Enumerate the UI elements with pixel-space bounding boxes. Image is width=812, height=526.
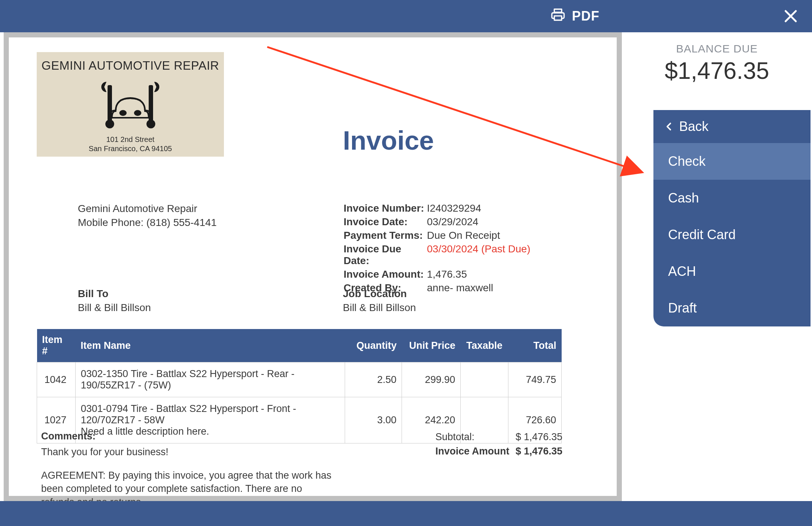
- payment-option-check[interactable]: Check: [653, 143, 811, 180]
- cell-quantity: 3.00: [345, 397, 402, 443]
- col-taxable: Taxable: [461, 329, 508, 362]
- invoice-due-date-value: 03/30/2024 (Past Due): [427, 243, 530, 268]
- col-quantity: Quantity: [345, 329, 402, 362]
- company-addr-line1: 101 2nd Street: [37, 135, 224, 144]
- svg-rect-0: [554, 9, 562, 12]
- payment-option-credit-card[interactable]: Credit Card: [653, 216, 811, 253]
- payment-option-cash[interactable]: Cash: [653, 180, 811, 216]
- job-location-block: Job Location Bill & Bill Billson: [343, 287, 416, 315]
- pdf-label: PDF: [572, 8, 599, 24]
- cell-item-name: 0302-1350 Tire - Battlax S22 Hypersport …: [76, 362, 345, 397]
- invoice-due-date-label: Invoice Due Date:: [344, 243, 426, 268]
- balance-due-label: BALANCE DUE: [622, 43, 812, 55]
- col-item-name: Item Name: [76, 329, 345, 362]
- company-contact-block: Gemini Automotive Repair Mobile Phone: (…: [78, 202, 217, 230]
- company-contact-phone: Mobile Phone: (818) 555-4141: [78, 216, 217, 230]
- invoice-number-label: Invoice Number:: [344, 202, 426, 215]
- bill-to-block: Bill To Bill & Bill Billson: [78, 287, 151, 315]
- job-location-value: Bill & Bill Billson: [343, 301, 416, 315]
- svg-point-5: [105, 120, 114, 128]
- company-logo-card: GEMINI AUTOMOTIVE REPAIR: [37, 52, 224, 157]
- payment-option-ach[interactable]: ACH: [653, 253, 811, 290]
- invoice-amount-value: 1,476.35: [427, 269, 530, 281]
- col-total: Total: [508, 329, 562, 362]
- invoice-document: GEMINI AUTOMOTIVE REPAIR: [9, 37, 617, 496]
- created-by-value: anne- maxwell: [427, 282, 530, 295]
- document-viewport[interactable]: GEMINI AUTOMOTIVE REPAIR: [4, 32, 622, 501]
- company-name: GEMINI AUTOMOTIVE REPAIR: [37, 59, 224, 73]
- invoice-date-label: Invoice Date:: [344, 216, 426, 229]
- payment-method-menu: Back CheckCashCredit CardACHDraft: [653, 110, 811, 326]
- invoice-date-value: 03/29/2024: [427, 216, 530, 229]
- comments-agreement: AGREEMENT: By paying this invoice, you a…: [41, 469, 335, 501]
- svg-point-9: [135, 111, 141, 115]
- invoice-number-value: I240329294: [427, 202, 530, 215]
- payment-terms-value: Due On Receipt: [427, 230, 530, 242]
- payment-menu-back[interactable]: Back: [653, 110, 811, 143]
- table-row: 10420302-1350 Tire - Battlax S22 Hypersp…: [37, 362, 562, 397]
- subtotal-label: Subtotal:: [435, 431, 513, 445]
- chevron-left-icon: [664, 120, 674, 133]
- job-location-heading: Job Location: [343, 287, 416, 301]
- comments-block: Comments: Thank you for your business! A…: [41, 431, 335, 501]
- payment-option-draft[interactable]: Draft: [653, 290, 811, 326]
- payment-menu-back-label: Back: [679, 119, 708, 134]
- cell-total: 749.75: [508, 362, 562, 397]
- invoice-meta-block: Invoice Number: I240329294 Invoice Date:…: [343, 202, 531, 296]
- invoice-amount-total-value: $ 1,476.35: [514, 446, 562, 459]
- comments-heading: Comments:: [41, 431, 335, 442]
- comments-thanks: Thank you for your business!: [41, 446, 335, 458]
- cell-taxable: [461, 362, 508, 397]
- col-item-no: Item #: [37, 329, 76, 362]
- svg-rect-1: [554, 16, 562, 20]
- car-wrench-icon: [90, 76, 171, 131]
- balance-due-amount: $1,476.35: [622, 57, 812, 84]
- col-unit-price: Unit Price: [402, 329, 461, 362]
- cell-unit-price: 299.90: [402, 362, 461, 397]
- pdf-button[interactable]: PDF: [551, 7, 599, 25]
- top-bar: PDF: [0, 0, 812, 32]
- line-items-table: Item # Item Name Quantity Unit Price Tax…: [37, 329, 562, 443]
- table-header-row: Item # Item Name Quantity Unit Price Tax…: [37, 329, 562, 362]
- cell-item-no: 1042: [37, 362, 76, 397]
- svg-point-7: [146, 120, 155, 128]
- bill-to-heading: Bill To: [78, 287, 151, 301]
- document-title: Invoice: [343, 125, 434, 156]
- bill-to-value: Bill & Bill Billson: [78, 301, 151, 315]
- print-icon: [551, 7, 565, 25]
- company-addr-line2: San Francisco, CA 94105: [37, 144, 224, 153]
- invoice-amount-total-label: Invoice Amount: [435, 446, 513, 459]
- totals-block: Subtotal: $ 1,476.35 Invoice Amount $ 1,…: [435, 431, 563, 460]
- svg-point-8: [120, 111, 126, 115]
- invoice-amount-label: Invoice Amount:: [344, 269, 426, 281]
- close-button[interactable]: [782, 7, 800, 25]
- bottom-bar: [0, 501, 812, 526]
- company-contact-name: Gemini Automotive Repair: [78, 202, 217, 216]
- cell-quantity: 2.50: [345, 362, 402, 397]
- payment-terms-label: Payment Terms:: [344, 230, 426, 242]
- subtotal-value: $ 1,476.35: [514, 431, 562, 445]
